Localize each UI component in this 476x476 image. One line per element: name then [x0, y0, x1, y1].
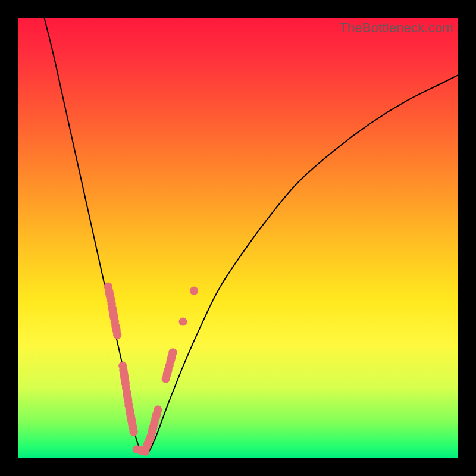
curve-marker-cap [165, 362, 174, 370]
curve-path [44, 18, 458, 454]
curve-marker-dot [154, 406, 162, 414]
curve-marker-cap [142, 447, 150, 456]
curve-marker-cap [150, 419, 158, 427]
chart-frame: TheBottleneck.com [0, 0, 476, 476]
curve-marker-cap [124, 401, 133, 409]
curve-marker-cap [162, 375, 170, 383]
curve-marker-cap [111, 318, 119, 326]
curve-marker-cap [146, 432, 155, 440]
curve-marker-cap [118, 362, 127, 370]
curve-marker-cap [104, 282, 112, 290]
bottleneck-curve [18, 18, 458, 458]
curve-marker-dot [113, 331, 121, 339]
plot-area: TheBottleneck.com [18, 18, 458, 458]
curve-marker-dot [168, 348, 177, 356]
curve-marker-cap [108, 300, 116, 308]
curve-marker-cap [133, 445, 141, 453]
curve-marker-cap [122, 384, 130, 392]
curve-marker-dot [130, 428, 138, 436]
curve-marker-dot [190, 287, 198, 295]
curve-marker-dot [179, 318, 187, 326]
marker-group [104, 282, 198, 456]
